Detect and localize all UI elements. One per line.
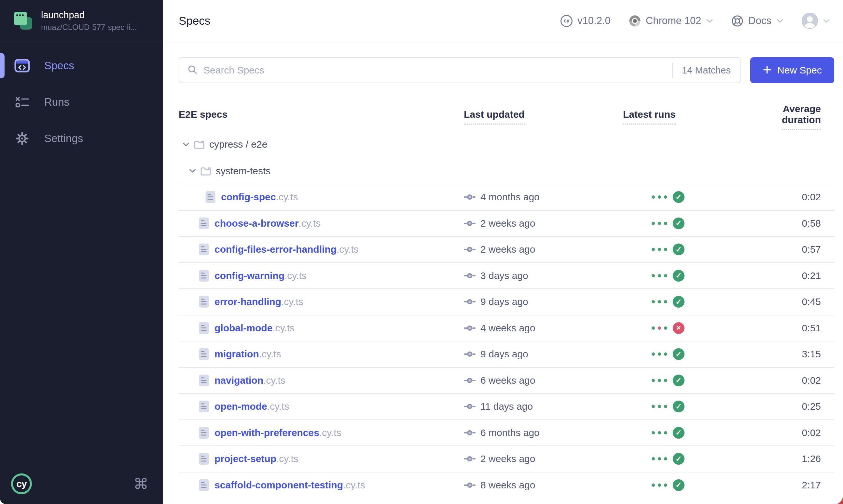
folder-icon: [194, 140, 205, 149]
spec-file-icon: [199, 269, 209, 282]
version-menu[interactable]: cy v10.2.0: [561, 15, 610, 27]
keyboard-shortcuts-icon[interactable]: ⌘: [134, 475, 149, 492]
spec-duration: 2:17: [750, 480, 834, 491]
cypress-version-icon: cy: [561, 15, 572, 27]
run-dot: [652, 326, 655, 330]
spec-name[interactable]: config-warning: [214, 270, 285, 281]
run-status-icon: ✓: [673, 453, 685, 465]
git-commit-icon: [464, 246, 476, 253]
spec-updated: 11 days ago: [480, 401, 533, 412]
column-last-updated[interactable]: Last updated: [464, 109, 623, 120]
spec-row[interactable]: choose-a-browser.cy.ts 2 weeks ago ✓ 0:5…: [179, 210, 834, 236]
spec-name[interactable]: choose-a-browser: [214, 218, 298, 229]
spec-file-icon: [199, 347, 209, 361]
spec-ext: .cy.ts: [298, 218, 321, 229]
spec-row[interactable]: navigation.cy.ts 6 weeks ago ✓ 0:02: [179, 367, 834, 393]
spec-updated: 4 weeks ago: [480, 323, 535, 334]
sidebar-item-label: Settings: [44, 132, 83, 145]
spec-name[interactable]: config-spec: [221, 192, 276, 202]
spec-name[interactable]: navigation: [214, 375, 263, 386]
spec-row[interactable]: project-setup.cy.ts 2 weeks ago ✓ 1:26: [179, 446, 834, 472]
latest-runs-cell: ×: [623, 322, 750, 334]
spec-ext: .cy.ts: [281, 296, 303, 307]
spec-name[interactable]: scaffold-component-testing: [214, 480, 343, 491]
git-commit-icon: [464, 377, 476, 384]
folder-name: system-tests: [216, 165, 271, 177]
spec-name[interactable]: global-mode: [214, 323, 272, 334]
spec-updated: 3 days ago: [480, 270, 528, 281]
sidebar-item-settings[interactable]: Settings: [0, 120, 163, 157]
spec-row[interactable]: scaffold-component-testing.cy.ts 8 weeks…: [179, 472, 834, 498]
spec-row[interactable]: migration.cy.ts 9 days ago ✓ 3:15: [179, 341, 834, 367]
spec-row[interactable]: config-files-error-handling.cy.ts 2 week…: [179, 236, 834, 263]
column-e2e-specs: E2E specs: [179, 109, 464, 120]
spec-duration: 3:15: [750, 348, 834, 360]
run-dot: [652, 222, 655, 225]
git-commit-icon: [464, 193, 476, 201]
spec-duration: 0:45: [750, 296, 834, 307]
folder-chevron-down-icon[interactable]: [189, 169, 196, 173]
spec-file-icon: [205, 191, 216, 203]
run-dot: [658, 195, 661, 199]
spec-ext: .cy.ts: [272, 323, 295, 334]
sidebar-item-specs[interactable]: Specs: [0, 48, 163, 84]
run-dot: [658, 484, 661, 487]
run-dot: [658, 405, 661, 408]
folder-row[interactable]: system-tests: [179, 158, 834, 184]
run-dot: [658, 326, 661, 330]
active-indicator: [0, 53, 4, 78]
spec-row[interactable]: config-warning.cy.ts 3 days ago ✓ 0:21: [179, 263, 834, 289]
sidebar: launchpad muaz/CLOUD-577-spec-li... Spec…: [0, 0, 163, 504]
run-dot: [652, 274, 655, 277]
run-dot: [664, 405, 667, 408]
spec-updated: 6 weeks ago: [480, 375, 535, 386]
run-dot: [658, 457, 661, 461]
folder-chevron-down-icon[interactable]: [183, 142, 189, 147]
run-dot: [658, 248, 661, 251]
spec-name[interactable]: open-mode: [214, 401, 267, 412]
run-dot: [658, 222, 661, 225]
spec-duration: 0:02: [750, 192, 834, 202]
latest-runs-cell: ✓: [623, 244, 750, 255]
run-dot: [652, 457, 655, 461]
spec-row[interactable]: error-handling.cy.ts 9 days ago ✓ 0:45: [179, 288, 834, 315]
run-dot: [664, 431, 667, 434]
git-commit-icon: [464, 219, 476, 227]
user-menu[interactable]: [802, 13, 830, 29]
spec-file-icon: [199, 479, 209, 492]
run-dot: [664, 222, 667, 225]
column-average-duration[interactable]: Average duration: [750, 103, 834, 126]
spec-ext: .cy.ts: [276, 192, 298, 202]
spec-file-icon: [199, 295, 209, 308]
git-commit-icon: [464, 429, 476, 437]
browser-menu[interactable]: Chrome 102: [629, 15, 713, 27]
git-commit-icon: [464, 324, 476, 332]
run-dot: [652, 248, 655, 251]
project-switcher[interactable]: launchpad muaz/CLOUD-577-spec-li...: [0, 0, 163, 42]
search-input[interactable]: [203, 65, 672, 76]
sidebar-item-label: Runs: [44, 96, 69, 108]
run-dot: [658, 274, 661, 277]
new-spec-button[interactable]: + New Spec: [750, 57, 834, 83]
run-dot: [664, 457, 667, 461]
latest-runs-cell: ✓: [623, 191, 750, 203]
spec-ext: .cy.ts: [343, 480, 365, 491]
spec-name[interactable]: error-handling: [214, 296, 281, 307]
spec-row[interactable]: open-mode.cy.ts 11 days ago ✓ 0:25: [179, 393, 834, 419]
folder-row[interactable]: cypress / e2e: [179, 131, 834, 158]
run-dot: [664, 379, 667, 382]
spec-name[interactable]: migration: [214, 348, 259, 360]
run-dot: [652, 195, 655, 199]
column-latest-runs[interactable]: Latest runs: [623, 109, 750, 120]
spec-duration: 0:02: [750, 427, 834, 438]
spec-file-icon: [199, 374, 209, 387]
spec-name[interactable]: open-with-preferences: [214, 427, 319, 438]
docs-menu[interactable]: Docs: [732, 15, 784, 27]
spec-row[interactable]: config-spec.cy.ts 4 months ago ✓ 0:02: [179, 184, 834, 210]
spec-row[interactable]: open-with-preferences.cy.ts 6 months ago…: [179, 419, 834, 446]
sidebar-item-runs[interactable]: Runs: [0, 84, 163, 120]
spec-name[interactable]: project-setup: [214, 453, 276, 464]
spec-row[interactable]: global-mode.cy.ts 4 weeks ago × 0:51: [179, 315, 834, 341]
latest-runs-cell: ✓: [623, 296, 750, 308]
spec-name[interactable]: config-files-error-handling: [214, 244, 337, 255]
